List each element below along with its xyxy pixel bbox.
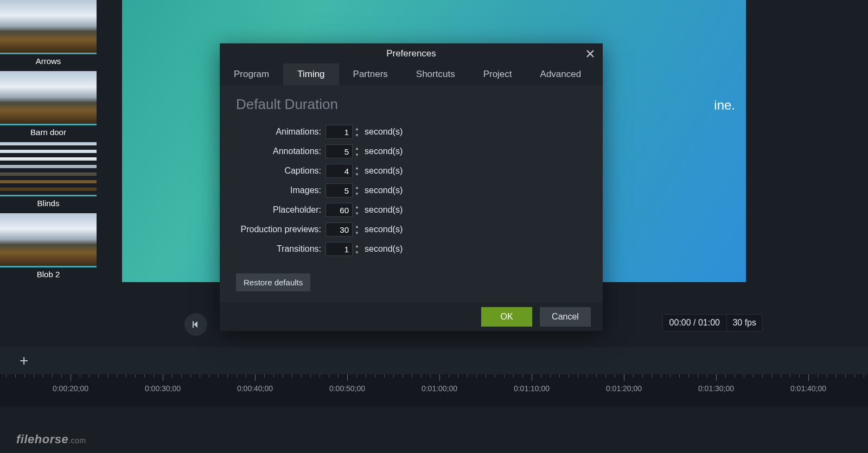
tab-program[interactable]: Program [220, 63, 283, 85]
tab-partners[interactable]: Partners [339, 63, 402, 85]
ruler-tick-minor [596, 374, 597, 378]
duration-input[interactable] [326, 222, 353, 237]
ruler-tick-minor [135, 374, 136, 378]
duration-input[interactable] [326, 144, 353, 158]
ruler-tick-minor [661, 374, 661, 378]
ruler-tick-minor [522, 374, 523, 378]
ruler-tick-minor [227, 374, 228, 378]
ruler-tick-minor [476, 374, 477, 378]
ruler-tick-minor [827, 374, 827, 378]
stepper-down-icon[interactable]: ▼ [354, 171, 360, 177]
transition-thumbnail [0, 213, 97, 267]
duration-input[interactable] [326, 125, 353, 139]
transition-item[interactable]: Barn door [0, 71, 97, 141]
ruler-tick-minor [725, 374, 726, 378]
close-button[interactable] [585, 49, 595, 61]
watermark: filehorse.com [16, 432, 86, 446]
ruler-tick-minor [52, 374, 53, 378]
stepper-up-icon[interactable]: ▲ [354, 125, 360, 132]
transition-label: Arrows [0, 54, 97, 70]
duration-row: Animations:▲▼second(s) [236, 124, 586, 140]
ruler-tick-minor [292, 374, 292, 378]
ruler-tick-minor [458, 374, 458, 378]
timeline-ruler[interactable]: 0:00:20;000:00:30;000:00:40;000:00:50;00… [0, 374, 868, 407]
tab-timing[interactable]: Timing [283, 63, 339, 85]
stepper-up-icon[interactable]: ▲ [354, 164, 360, 171]
ruler-tick-minor [126, 374, 126, 378]
duration-label: Animations: [236, 127, 326, 137]
stepper-down-icon[interactable]: ▼ [354, 151, 360, 158]
ruler-tick-minor [605, 374, 606, 378]
ruler-tick-minor [329, 374, 329, 378]
dialog-body: Default Duration Animations:▲▼second(s)A… [220, 85, 603, 302]
tab-advanced[interactable]: Advanced [526, 63, 596, 85]
ruler-tick-minor [43, 374, 43, 378]
dialog-tabs: ProgramTimingPartnersShortcutsProjectAdv… [220, 63, 603, 85]
stepper-up-icon[interactable]: ▲ [354, 203, 360, 210]
ruler-tick-minor [310, 374, 311, 378]
ruler-tick-minor [449, 374, 449, 378]
duration-input[interactable] [326, 183, 353, 197]
stepper-down-icon[interactable]: ▼ [354, 190, 360, 197]
duration-row: Production previews:▲▼second(s) [236, 221, 586, 238]
ruler-tick-minor [735, 374, 735, 378]
ruler-tick-minor [237, 374, 237, 378]
ruler-tick-minor [854, 374, 855, 378]
ruler-tick-label: 0:00:40;00 [237, 384, 273, 393]
stepper-down-icon[interactable]: ▼ [354, 249, 360, 256]
ruler-tick-label: 0:00:20;00 [53, 384, 88, 393]
stepper-up-icon[interactable]: ▲ [354, 184, 360, 190]
duration-unit: second(s) [365, 166, 403, 176]
duration-label: Annotations: [236, 146, 326, 156]
tab-shortcuts[interactable]: Shortcuts [402, 63, 469, 85]
restore-defaults-button[interactable]: Restore defaults [236, 273, 310, 291]
ok-button[interactable]: OK [481, 307, 532, 327]
ruler-tick-minor [283, 374, 283, 378]
duration-stepper: ▲▼ [326, 144, 360, 158]
ruler-tick-minor [818, 374, 818, 378]
add-track-button[interactable]: + [20, 352, 28, 369]
ruler-tick-label: 0:01:10;00 [514, 384, 550, 393]
ruler-tick-minor [744, 374, 744, 378]
cancel-button[interactable]: Cancel [540, 307, 591, 327]
transition-item[interactable]: Blinds [0, 142, 97, 212]
ruler-tick-minor [24, 374, 25, 378]
ruler-tick-minor [107, 374, 108, 378]
ruler-tick-label: 0:01:00;00 [422, 384, 457, 393]
transitions-sidebar: Arrows Barn door Blinds Blob 2 [0, 0, 98, 307]
ruler-tick-minor [707, 374, 707, 378]
duration-unit: second(s) [365, 186, 403, 195]
stepper-up-icon[interactable]: ▲ [354, 243, 360, 249]
stepper-up-icon[interactable]: ▲ [354, 145, 360, 151]
ruler-tick-minor [495, 374, 495, 378]
ruler-tick-minor [781, 374, 781, 378]
ruler-tick-minor [61, 374, 62, 378]
ruler-tick-minor [338, 374, 339, 378]
tab-project[interactable]: Project [469, 63, 526, 85]
stepper-down-icon[interactable]: ▼ [354, 229, 360, 236]
ruler-tick-minor [670, 374, 671, 378]
transition-label: Barn door [0, 125, 97, 141]
duration-input[interactable] [326, 203, 353, 217]
stepper-down-icon[interactable]: ▼ [354, 132, 360, 138]
time-display[interactable]: 00:00 / 01:00 [662, 314, 727, 331]
transition-item[interactable]: Arrows [0, 0, 97, 70]
ruler-tick-minor [569, 374, 569, 378]
close-icon [585, 49, 595, 59]
duration-label: Images: [236, 186, 326, 195]
stepper-down-icon[interactable]: ▼ [354, 210, 360, 216]
duration-row: Captions:▲▼second(s) [236, 163, 586, 179]
ruler-tick-minor [246, 374, 246, 378]
ruler-tick-minor [467, 374, 468, 378]
fps-display[interactable]: 30 fps [726, 314, 762, 331]
duration-unit: second(s) [365, 127, 403, 137]
ruler-tick-minor [430, 374, 431, 378]
transition-item[interactable]: Blob 2 [0, 213, 97, 283]
duration-input[interactable] [326, 242, 353, 256]
ruler-tick-minor [587, 374, 588, 378]
stepper-up-icon[interactable]: ▲ [354, 223, 360, 229]
duration-input[interactable] [326, 164, 353, 178]
step-back-button[interactable] [184, 313, 207, 336]
ruler-tick-label: 0:00:30;00 [145, 384, 181, 393]
watermark-name: filehorse [16, 432, 68, 446]
